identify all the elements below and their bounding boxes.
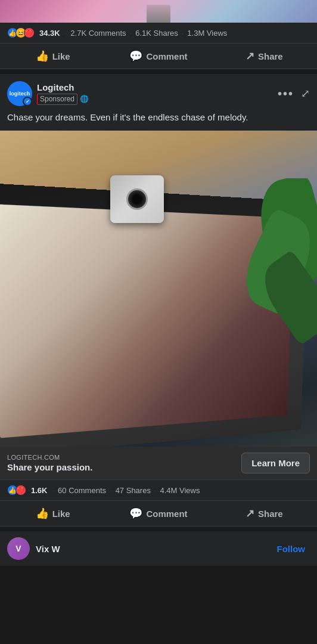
share-icon: ↗ xyxy=(245,51,254,61)
comment-icon: 💬 xyxy=(129,51,142,61)
share-label: Share xyxy=(258,51,283,61)
ad-stats-bar: 👍 ❤️ 1.6K · 60 Comments · 47 Shares · 4.… xyxy=(0,479,317,501)
ad-comments-count: 60 Comments xyxy=(58,486,106,495)
post-separator xyxy=(0,69,317,74)
post-header-actions: ••• ⤢ xyxy=(278,87,310,101)
first-post-stats-bar: 👍 😆 ❤️ 34.3K · 2.7K Comments · 6.1K Shar… xyxy=(0,23,317,44)
ad-action-bar: 👍 Like 💬 Comment ↗ Share xyxy=(0,501,317,527)
ad-post-header: logitech ✓ Logitech Sponsored 🌐 ••• ⤢ xyxy=(0,74,317,111)
ad-post: logitech ✓ Logitech Sponsored 🌐 ••• ⤢ Ch… xyxy=(0,74,317,527)
post-info: Logitech Sponsored 🌐 xyxy=(37,82,278,105)
top-banner-image xyxy=(0,0,317,23)
views-count: 1.3M Views xyxy=(187,29,227,38)
ad-comment-icon: 💬 xyxy=(129,508,142,519)
ad-reaction-icons: 👍 ❤️ xyxy=(7,485,26,496)
follow-name: Vix W xyxy=(36,544,272,554)
post-meta: Sponsored 🌐 xyxy=(37,94,278,105)
ad-comment-label: Comment xyxy=(146,509,187,519)
follow-button[interactable]: Follow xyxy=(272,541,310,556)
like-icon: 👍 xyxy=(36,51,49,61)
ad-comment-button[interactable]: 💬 Comment xyxy=(105,502,211,525)
globe-icon: 🌐 xyxy=(80,95,89,103)
ad-reactions-count: 1.6K xyxy=(31,486,47,495)
ad-cta-text: LOGITECH.COM Share your passion. xyxy=(7,454,234,472)
ad-share-label: Share xyxy=(258,509,283,519)
ad-share-button[interactable]: ↗ Share xyxy=(212,502,317,525)
webcam-lens xyxy=(126,188,148,210)
ad-like-icon: 👍 xyxy=(36,508,49,519)
shares-count: 6.1K Shares xyxy=(135,29,178,38)
ad-love-reaction-icon: ❤️ xyxy=(15,485,26,496)
avatar[interactable]: logitech ✓ xyxy=(7,81,32,106)
ad-shares-count: 47 Shares xyxy=(116,486,151,495)
comment-button[interactable]: 💬 Comment xyxy=(105,45,211,67)
ad-tagline: Share your passion. xyxy=(7,462,234,472)
reactions-count: 34.3K xyxy=(39,29,60,38)
post-author[interactable]: Logitech xyxy=(37,82,278,93)
ad-like-button[interactable]: 👍 Like xyxy=(0,502,105,525)
like-button[interactable]: 👍 Like xyxy=(0,45,105,67)
expand-button[interactable]: ⤢ xyxy=(301,87,310,100)
comment-label: Comment xyxy=(146,51,187,61)
ad-url: LOGITECH.COM xyxy=(7,454,234,461)
follow-avatar: V xyxy=(7,537,30,560)
post-text: Chase your dreams. Even if it's the endl… xyxy=(0,111,317,131)
sponsored-badge[interactable]: Sponsored xyxy=(37,94,77,105)
ad-like-label: Like xyxy=(52,509,70,519)
learn-more-button[interactable]: Learn More xyxy=(241,453,310,473)
webcam-device xyxy=(110,175,164,223)
first-post-action-bar: 👍 Like 💬 Comment ↗ Share xyxy=(0,44,317,69)
ad-image xyxy=(0,131,317,447)
verified-badge: ✓ xyxy=(23,97,32,106)
like-label: Like xyxy=(52,51,70,61)
follow-section: V Vix W Follow xyxy=(0,531,317,566)
share-button[interactable]: ↗ Share xyxy=(212,45,317,67)
more-options-button[interactable]: ••• xyxy=(278,87,294,101)
love-reaction-icon: ❤️ xyxy=(24,27,35,38)
ad-views-count: 4.4M Views xyxy=(160,486,200,495)
reaction-icons: 👍 😆 ❤️ xyxy=(7,27,35,38)
ad-share-icon: ↗ xyxy=(245,508,254,519)
plant-decoration xyxy=(216,178,317,369)
ad-cta-section: LOGITECH.COM Share your passion. Learn M… xyxy=(0,447,317,479)
comments-count: 2.7K Comments xyxy=(70,29,126,38)
